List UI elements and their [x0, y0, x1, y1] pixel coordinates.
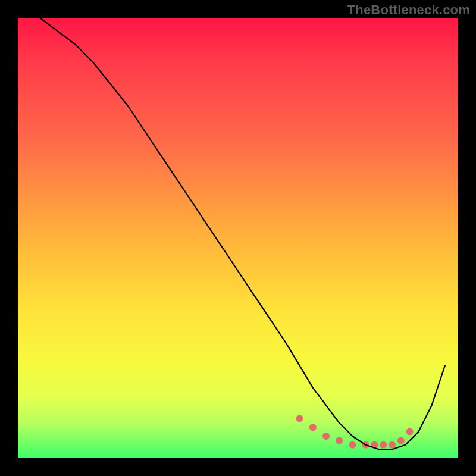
highlight-dot: [406, 428, 414, 436]
highlight-dot: [296, 415, 303, 422]
highlight-dot: [309, 424, 317, 431]
watermark-text: TheBottleneck.com: [347, 2, 470, 18]
highlight-dot: [380, 441, 387, 449]
highlight-dot: [397, 437, 405, 444]
highlight-dot: [322, 433, 330, 440]
highlight-dot: [336, 437, 343, 444]
highlight-dot: [349, 441, 356, 449]
chart-overlay: [18, 18, 458, 458]
curve-line: [40, 18, 445, 449]
highlight-dots: [296, 415, 414, 448]
highlight-dot: [389, 441, 396, 449]
